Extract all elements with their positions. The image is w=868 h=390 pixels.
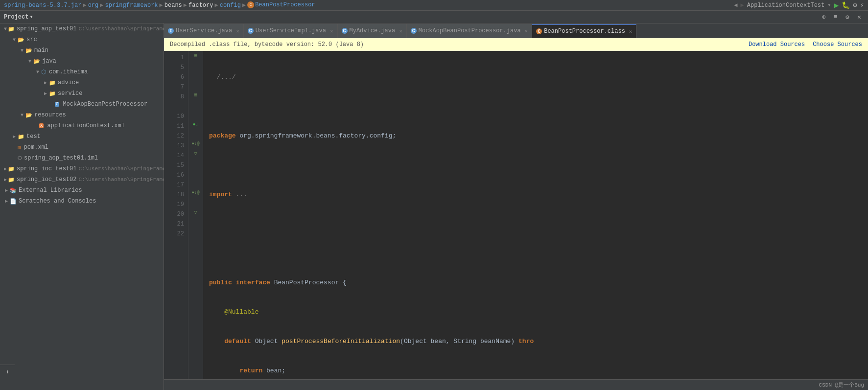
folder-icon-java: 📂 <box>33 58 40 65</box>
sidebar-path-ioc02: C:\Users\haohao\SpringFrame... <box>78 177 164 183</box>
breadcrumb-item-class[interactable]: CBeanPostProcessor <box>247 1 315 8</box>
code-line-9 <box>209 219 868 229</box>
expand-arrow-test: ▶ <box>12 134 17 139</box>
code-line-12: @Nullable <box>209 307 868 317</box>
expand-arrow-aop: ▼ <box>4 26 7 32</box>
breadcrumb-item-springframework[interactable]: springframework <box>105 2 158 9</box>
linenum-6: 6 <box>164 72 188 82</box>
sidebar-item-main[interactable]: ▼ 📂 main <box>0 45 164 56</box>
code-content[interactable]: /.../ package org.springframework.beans.… <box>203 51 868 379</box>
sidebar-item-pom-xml[interactable]: ▶ m pom.xml <box>0 142 164 153</box>
close-tab-userservice[interactable]: ✕ <box>236 28 239 34</box>
expand-arrow-ext-libs: ▶ <box>4 187 9 193</box>
sidebar-label-test: test <box>26 133 41 140</box>
sidebar-item-test[interactable]: ▶ 📁 test <box>0 131 164 142</box>
breadcrumb-nav-right[interactable]: ▶ <box>741 1 744 9</box>
sidebar-item-spring-aop-test01[interactable]: ▼ 📁 spring_aop_test01 C:\Users\haohao\Sp… <box>0 23 164 34</box>
sidebar-item-ioc02[interactable]: ▶ 📁 spring_ioc_test02 C:\Users\haohao\Sp… <box>0 174 164 185</box>
debug-button[interactable]: 🐛 <box>842 1 850 9</box>
tab-userservice[interactable]: I UserService.java ✕ <box>164 24 244 38</box>
expand-arrow-service: ▶ <box>43 91 48 96</box>
sidebar-label-ioc01: spring_ioc_test01 <box>17 165 76 172</box>
sidebar-label-src: src <box>26 36 37 43</box>
code-line-1: /.../ <box>209 72 868 82</box>
gutter: ⊞ ⊞ ●↓ ●↓@ ▽ <box>188 51 203 379</box>
sidebar-label-resources: resources <box>34 112 66 118</box>
close-tab-mockaop[interactable]: ✕ <box>525 28 528 34</box>
code-line-5 <box>209 102 868 112</box>
tab-mockaop[interactable]: C MockAopBeanPostProcessor.java ✕ <box>407 24 532 38</box>
gutter-14[interactable]: ▽ <box>188 149 203 159</box>
kw-import: import <box>209 190 232 200</box>
linenum-7: 7 <box>164 82 188 92</box>
close-sidebar-icon[interactable]: ✕ <box>854 12 864 22</box>
project-toolbar: Project ▾ ⊕ ≡ ⚙ ✕ <box>0 11 868 23</box>
breadcrumb-item-org[interactable]: org <box>88 2 99 9</box>
gutter-7 <box>188 80 203 90</box>
sidebar-item-appctx-xml[interactable]: ▶ X applicationContext.xml <box>0 120 164 131</box>
run-button[interactable]: ▶ <box>834 0 839 10</box>
breadcrumb-item-factory[interactable]: factory <box>188 2 213 9</box>
profile-button[interactable]: ⚡ <box>860 1 864 9</box>
close-tab-beanpostprocessor[interactable]: ✕ <box>629 28 633 35</box>
space-13a <box>251 337 255 346</box>
pom-icon: m <box>18 144 21 150</box>
gutter-8[interactable]: ⊞ <box>188 90 203 100</box>
collapse-icon[interactable]: ≡ <box>831 12 841 22</box>
linenum-11: 11 <box>164 121 188 131</box>
run-dropdown[interactable]: ▾ <box>827 1 831 9</box>
close-tab-userserviceimpl[interactable]: ✕ <box>330 28 333 34</box>
sidebar-item-ext-libs[interactable]: ▶ 📚 External Libraries <box>0 185 164 196</box>
sync-icon[interactable]: ⊕ <box>819 12 829 22</box>
sep3: ▶ <box>160 1 163 9</box>
gutter-19 <box>188 198 203 207</box>
sidebar-item-com-itheima[interactable]: ▼ ⬡ com.itheima <box>0 67 164 77</box>
tab-myadvice[interactable]: C MyAdvice.java ✕ <box>338 24 407 38</box>
editor-area: I UserService.java ✕ C UserServiceImpl.j… <box>164 23 868 390</box>
sep1: ▶ <box>83 1 86 9</box>
breadcrumb-item-beans[interactable]: beans <box>164 2 182 9</box>
tab-userserviceimpl[interactable]: C UserServiceImpl.java ✕ <box>244 24 338 38</box>
close-tab-myadvice[interactable]: ✕ <box>399 28 402 34</box>
gutter-20[interactable]: ▽ <box>188 207 203 217</box>
sidebar-item-java[interactable]: ▼ 📂 java <box>0 56 164 67</box>
linenum-13: 13 <box>164 141 188 151</box>
sidebar-item-resources[interactable]: ▼ 📂 resources <box>0 110 164 120</box>
code-line-13: default Object postProcessBeforeInitiali… <box>209 337 868 346</box>
breadcrumb-item-config[interactable]: config <box>220 2 241 9</box>
terminal-icon: ⬆ <box>5 368 9 376</box>
gutter-10 <box>188 110 203 119</box>
breadcrumb-nav-left[interactable]: ◀ <box>734 1 737 9</box>
sidebar-item-src[interactable]: ▼ 📂 src <box>0 34 164 45</box>
gutter-12 <box>188 129 203 139</box>
sidebar-item-mock-aop[interactable]: ▶ C MockAopBeanPostProcessor <box>0 99 164 110</box>
sidebar-item-ioc01[interactable]: ▶ 📁 spring_ioc_test01 C:\Users\haohao\Sp… <box>0 163 164 174</box>
tab-beanpostprocessor[interactable]: C BeanPostProcessor.class ✕ <box>532 24 636 38</box>
expand-arrow-resources: ▼ <box>20 113 24 118</box>
linenum-17: 17 <box>164 180 188 190</box>
sidebar-item-service[interactable]: ▶ 📁 service <box>0 88 164 99</box>
gutter-fold-1[interactable]: ⊞ <box>188 51 203 61</box>
sidebar-item-scratches[interactable]: ▶ 📄 Scratches and Consoles <box>0 196 164 206</box>
status-bar: CSDN @是一个Bug <box>164 379 868 390</box>
breadcrumb-item-jar[interactable]: spring-beans-5.3.7.jar <box>4 2 81 9</box>
params-13: ( <box>400 337 404 346</box>
sidebar-item-iml[interactable]: ▶ ⬡ spring_aop_test01.iml <box>0 153 164 163</box>
gutter-22 <box>188 227 203 237</box>
coverage-button[interactable]: ⚙ <box>853 1 857 9</box>
space-13b <box>278 337 282 346</box>
project-label[interactable]: Project ▾ <box>4 13 33 21</box>
sidebar-item-advice[interactable]: ▶ 📁 advice <box>0 77 164 88</box>
kw-default-13: default <box>224 337 251 346</box>
xml-icon-appctx: X <box>39 123 44 128</box>
settings-icon[interactable]: ⚙ <box>843 12 852 22</box>
tab-label-userserviceimpl: UserServiceImpl.java <box>256 27 326 34</box>
bottom-panel-toggle[interactable]: ⬆ <box>0 365 15 379</box>
gutter-16 <box>188 168 203 178</box>
scratches-icon: 📄 <box>10 198 17 205</box>
choose-sources-link[interactable]: Choose Sources <box>813 41 862 48</box>
tab-bar: I UserService.java ✕ C UserServiceImpl.j… <box>164 23 868 38</box>
gutter-9 <box>188 100 203 110</box>
download-sources-link[interactable]: Download Sources <box>749 41 805 48</box>
java-icon-userservice: I <box>168 28 174 34</box>
